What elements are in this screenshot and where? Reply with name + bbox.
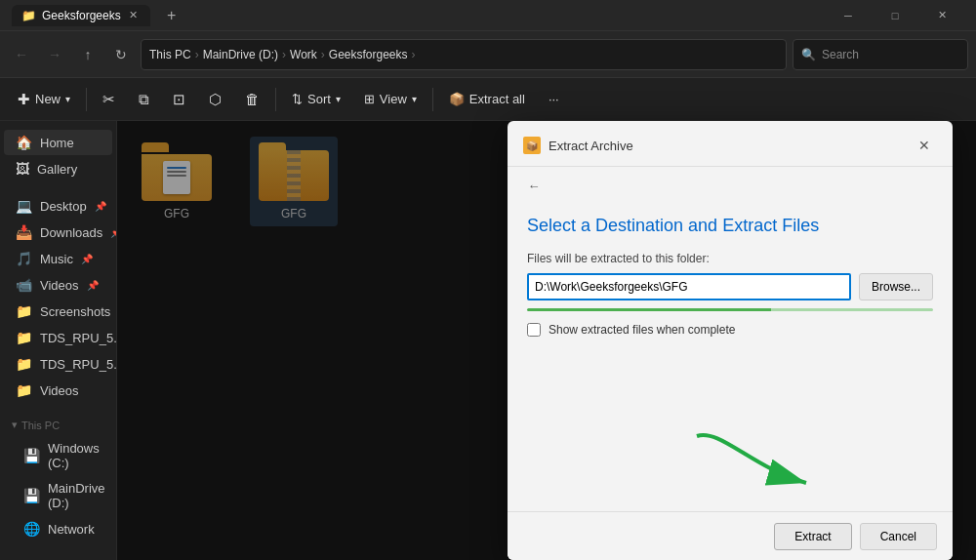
extract-icon: 📦: [449, 92, 465, 106]
breadcrumb-geeksforgeeks[interactable]: Geeksforgeeks: [329, 48, 408, 61]
sidebar-home-label: Home: [40, 136, 74, 150]
minimize-button[interactable]: ─: [826, 0, 871, 31]
sidebar-item-videos[interactable]: 📹 Videos 📌: [4, 272, 112, 298]
music-icon: 🎵: [16, 251, 32, 266]
new-tab-button[interactable]: +: [158, 5, 185, 26]
dialog-close-button[interactable]: ✕: [912, 133, 937, 158]
window-tab[interactable]: 📁 Geeksforgeeks ✕: [12, 5, 150, 26]
view-chevron-icon: ▾: [412, 94, 417, 104]
pin-icon: 📌: [95, 201, 106, 212]
sidebar-item-tds2[interactable]: 📁 TDS_RPU_5.0: [4, 351, 112, 377]
sidebar-item-windows[interactable]: 💾 Windows (C:): [4, 436, 112, 475]
extract-button[interactable]: Extract: [774, 523, 851, 550]
maximize-button[interactable]: □: [873, 0, 917, 31]
dialog-footer: Extract Cancel: [508, 511, 953, 560]
breadcrumb-thispc[interactable]: This PC: [149, 48, 191, 61]
delete-button[interactable]: 🗑: [235, 86, 269, 112]
sidebar-downloads-label: Downloads: [40, 225, 102, 240]
sidebar-item-screenshots[interactable]: 📁 Screenshots 📌: [4, 299, 112, 324]
sort-chevron-icon: ▾: [336, 94, 341, 104]
search-box[interactable]: 🔍 Search: [793, 39, 968, 70]
share-icon: ⬡: [209, 91, 222, 108]
cut-icon: ✂: [102, 91, 115, 108]
cut-button[interactable]: ✂: [93, 86, 125, 113]
breadcrumb[interactable]: This PC › MainDrive (D:) › Work › Geeksf…: [141, 39, 787, 70]
sidebar-item-desktop[interactable]: 💻 Desktop 📌: [4, 193, 112, 219]
sidebar-thispc-expander[interactable]: ▾ This PC: [0, 415, 116, 435]
sidebar-item-maindrive[interactable]: 💾 MainDrive (D:): [4, 476, 112, 515]
extract-label: Extract all: [469, 92, 525, 106]
extract-dialog: 📦 Extract Archive ✕ ← Select a Destinati…: [508, 121, 953, 560]
copy-button[interactable]: ⧉: [129, 86, 159, 113]
delete-icon: 🗑: [245, 91, 260, 107]
arrow-annotation: [664, 420, 839, 501]
videos2-icon: 📁: [16, 382, 32, 398]
extract-button[interactable]: 📦 Extract all: [439, 87, 535, 111]
browse-button[interactable]: Browse...: [859, 273, 933, 300]
videos-icon: 📹: [16, 277, 32, 293]
checkbox-row: Show extracted files when complete: [527, 323, 933, 337]
main-area: 🏠 Home 🖼 Gallery 💻 Desktop 📌 📥 Downloads…: [0, 121, 976, 560]
view-icon: ⊞: [364, 92, 375, 106]
breadcrumb-maindrive[interactable]: MainDrive (D:): [203, 48, 278, 61]
window-close-button[interactable]: ✕: [919, 0, 964, 31]
refresh-button[interactable]: ↻: [107, 41, 135, 68]
view-button[interactable]: ⊞ View ▾: [354, 87, 427, 111]
sidebar-music-label: Music: [40, 252, 73, 266]
sort-button[interactable]: ⇅ Sort ▾: [282, 87, 350, 111]
sidebar-section-thispc: ▾ This PC 💾 Windows (C:) 💾 MainDrive (D:…: [0, 415, 116, 541]
toolbar: ✚ New ▾ ✂ ⧉ ⊡ ⬡ 🗑 ⇅ Sort ▾ ⊞ View ▾ 📦 Ex…: [0, 78, 976, 121]
sidebar-windows-label: Windows (C:): [48, 441, 101, 470]
screenshots-icon: 📁: [16, 303, 32, 319]
paste-button[interactable]: ⊡: [163, 86, 195, 113]
new-icon: ✚: [18, 91, 30, 108]
dialog-header-title-row: 📦 Extract Archive: [523, 137, 633, 154]
sidebar-item-downloads[interactable]: 📥 Downloads 📌: [4, 220, 112, 245]
tab-folder-icon: 📁: [21, 9, 36, 22]
back-button[interactable]: ←: [8, 41, 35, 68]
tds1-icon: 📁: [16, 330, 32, 345]
pin-icon-music: 📌: [81, 254, 93, 264]
dialog-overlay: 📦 Extract Archive ✕ ← Select a Destinati…: [117, 121, 976, 560]
show-files-checkbox[interactable]: [527, 323, 541, 337]
new-label: New: [35, 92, 61, 106]
more-button[interactable]: ···: [539, 87, 569, 111]
paste-icon: ⊡: [173, 91, 185, 108]
dialog-header-title: Extract Archive: [549, 139, 633, 153]
sidebar-tds1-label: TDS_RPU_5.1: [40, 331, 117, 345]
title-bar: 📁 Geeksforgeeks ✕ + ─ □ ✕: [0, 0, 976, 31]
sidebar-item-music[interactable]: 🎵 Music 📌: [4, 246, 112, 271]
dialog-main-title: Select a Destination and Extract Files: [527, 216, 933, 236]
forward-button[interactable]: →: [41, 41, 68, 68]
sidebar-network-label: Network: [48, 522, 95, 537]
pin-icon-dl: 📌: [110, 227, 117, 238]
share-button[interactable]: ⬡: [199, 86, 231, 113]
sidebar-item-network[interactable]: 🌐 Network: [4, 516, 112, 541]
tds2-icon: 📁: [16, 356, 32, 372]
dialog-back-button[interactable]: ←: [523, 175, 545, 196]
sidebar-desktop-label: Desktop: [40, 199, 87, 214]
sidebar-item-gallery[interactable]: 🖼 Gallery: [4, 156, 112, 181]
sidebar-videos-label: Videos: [40, 278, 79, 293]
sidebar-videos2-label: Videos: [40, 383, 79, 398]
window-controls: ─ □ ✕: [826, 0, 964, 31]
search-placeholder: Search: [822, 48, 859, 61]
dialog-nav: ←: [508, 167, 953, 200]
path-input[interactable]: [527, 273, 851, 300]
up-button[interactable]: ↑: [74, 41, 102, 68]
dialog-header: 📦 Extract Archive ✕: [508, 121, 953, 167]
breadcrumb-work[interactable]: Work: [290, 48, 317, 61]
tab-close-button[interactable]: ✕: [127, 9, 141, 22]
more-icon: ···: [549, 92, 559, 106]
maindrive-icon: 💾: [23, 488, 40, 503]
sort-label: Sort: [307, 92, 331, 106]
sidebar-item-home[interactable]: 🏠 Home: [4, 130, 112, 155]
content-area: GFG GFG 📦 Extract Archive ✕: [117, 121, 976, 560]
sidebar-item-videos2[interactable]: 📁 Videos: [4, 378, 112, 403]
sidebar-item-tds1[interactable]: 📁 TDS_RPU_5.1 📌: [4, 325, 112, 350]
windows-drive-icon: 💾: [23, 448, 40, 463]
new-button[interactable]: ✚ New ▾: [8, 86, 80, 113]
cancel-button[interactable]: Cancel: [860, 523, 937, 550]
toolbar-divider-1: [86, 88, 87, 111]
gallery-icon: 🖼: [16, 161, 29, 177]
